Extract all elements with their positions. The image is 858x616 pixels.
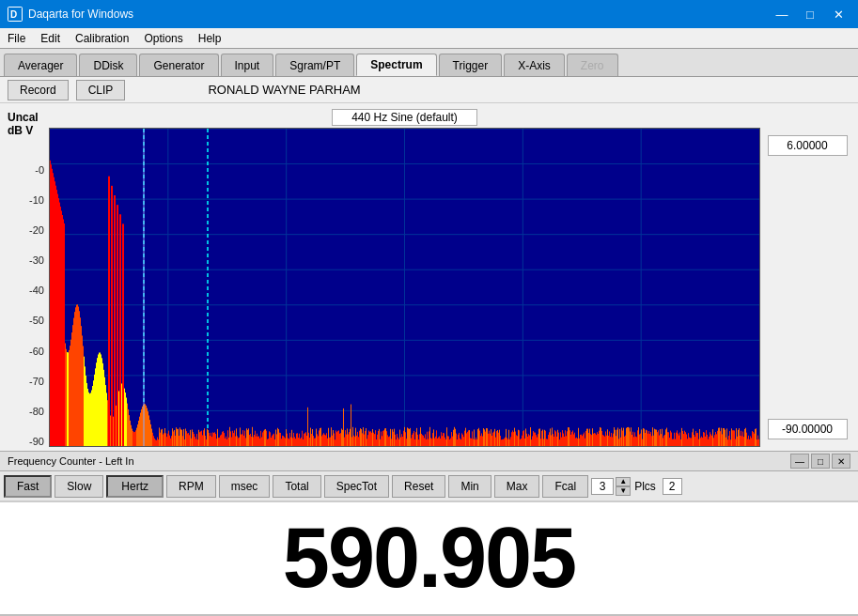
freq-minimize-button[interactable]: —	[790, 454, 809, 469]
chart-canvas-wrapper[interactable]	[49, 128, 760, 447]
bottom-value-box: -90.00000	[768, 419, 848, 439]
y-label-60: -60	[4, 346, 44, 357]
close-button[interactable]: ✕	[826, 4, 850, 24]
user-name-label: RONALD WAYNE PARHAM	[208, 83, 360, 97]
frequency-display: 590.905	[283, 510, 575, 607]
total-button[interactable]: Total	[273, 475, 320, 498]
tab-averager[interactable]: Averager	[4, 54, 77, 76]
menu-edit[interactable]: Edit	[33, 30, 68, 47]
main-area: Uncal dB V -0 -10 -20 -30 -40 -50 -60 -7…	[0, 103, 858, 451]
freq-counter-header: Frequency Counter - Left In — □ ✕	[0, 451, 858, 471]
y-label-20: -20	[4, 224, 44, 236]
plcs-control: 3 ▲ ▼ Plcs	[591, 477, 656, 496]
svg-text:D: D	[10, 9, 17, 20]
title-bar: D Daqarta for Windows — □ ✕	[0, 0, 858, 28]
tab-input[interactable]: Input	[221, 54, 274, 76]
tab-ddisk[interactable]: DDisk	[79, 54, 137, 76]
plcs-label: Plcs	[634, 480, 656, 493]
fcal-button[interactable]: Fcal	[542, 475, 588, 498]
freq-maximize-button[interactable]: □	[811, 454, 830, 469]
menu-calibration[interactable]: Calibration	[68, 30, 136, 47]
tab-zero: Zero	[567, 54, 618, 76]
y-axis-title: Uncal dB V	[4, 107, 39, 138]
clip-button[interactable]: CLIP	[76, 80, 126, 100]
fast-button[interactable]: Fast	[4, 475, 52, 498]
app-icon: D	[8, 7, 23, 22]
hertz-button[interactable]: Hertz	[106, 475, 164, 498]
plcs-value: 3	[591, 478, 614, 495]
freq-counter-title: Frequency Counter - Left In	[8, 455, 134, 467]
right-panel: 6.00000 -90.00000	[760, 107, 854, 447]
plcs-spinner[interactable]: ▲ ▼	[616, 477, 631, 496]
y-axis: Uncal dB V -0 -10 -20 -30 -40 -50 -60 -7…	[0, 107, 49, 447]
record-button[interactable]: Record	[8, 80, 69, 100]
signal-label: 440 Hz Sine (default)	[332, 109, 477, 126]
signal-label-box: 440 Hz Sine (default)	[49, 107, 760, 128]
min-button[interactable]: Min	[448, 475, 491, 498]
freq-display: 590.905	[0, 501, 858, 614]
chart-container: 440 Hz Sine (default)	[49, 107, 760, 447]
freq-btn-bar: Fast Slow Hertz RPM msec Total SpecTot R…	[0, 471, 858, 501]
max-button[interactable]: Max	[494, 475, 540, 498]
top-value-box: 6.00000	[768, 135, 848, 156]
rpm-button[interactable]: RPM	[166, 475, 216, 498]
reset-button[interactable]: Reset	[392, 475, 445, 498]
y-label-50: -50	[4, 315, 44, 326]
title-bar-left: D Daqarta for Windows	[8, 7, 133, 22]
menu-options[interactable]: Options	[136, 30, 190, 47]
y-label-10: -10	[4, 194, 44, 206]
spectot-button[interactable]: SpecTot	[324, 475, 389, 498]
freq-counter-controls: — □ ✕	[790, 454, 850, 469]
slow-button[interactable]: Slow	[55, 475, 103, 498]
toolbar-row: Record CLIP RONALD WAYNE PARHAM	[0, 77, 858, 103]
tab-bar: Averager DDisk Generator Input Sgram/PT …	[0, 49, 858, 77]
y-label-0: -0	[4, 164, 44, 176]
tab-sgram[interactable]: Sgram/PT	[275, 54, 354, 76]
freq-close-button[interactable]: ✕	[832, 454, 850, 469]
plcs-down-button[interactable]: ▼	[616, 486, 631, 496]
minimize-button[interactable]: —	[770, 4, 794, 24]
spectrum-canvas	[50, 129, 759, 446]
msec-button[interactable]: msec	[219, 475, 271, 498]
maximize-button[interactable]: □	[798, 4, 822, 24]
tab-xaxis[interactable]: X-Axis	[504, 54, 565, 76]
y-label-40: -40	[4, 285, 44, 296]
y-label-30: -30	[4, 254, 44, 266]
y-axis-labels: -0 -10 -20 -30 -40 -50 -60 -70 -80 -90	[4, 164, 46, 447]
y-label-80: -80	[4, 406, 44, 417]
menu-bar: File Edit Calibration Options Help	[0, 28, 858, 49]
tab-spectrum[interactable]: Spectrum	[356, 54, 436, 76]
tab-trigger[interactable]: Trigger	[439, 54, 503, 76]
app-title: Daqarta for Windows	[28, 8, 133, 21]
plcs-up-button[interactable]: ▲	[616, 477, 631, 486]
tab-generator[interactable]: Generator	[139, 54, 218, 76]
y-label-70: -70	[4, 376, 44, 387]
menu-help[interactable]: Help	[191, 30, 229, 47]
menu-file[interactable]: File	[0, 30, 33, 47]
y-label-90: -90	[4, 436, 44, 447]
right-value: 2	[663, 478, 682, 495]
title-bar-controls: — □ ✕	[770, 4, 850, 24]
